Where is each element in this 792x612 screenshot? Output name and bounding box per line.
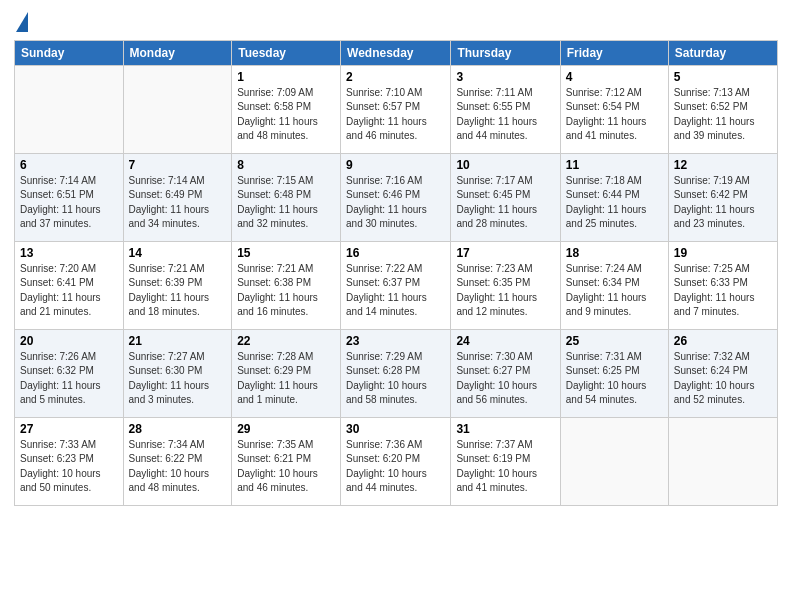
day-number: 24 bbox=[456, 334, 554, 348]
calendar-cell: 21Sunrise: 7:27 AM Sunset: 6:30 PM Dayli… bbox=[123, 329, 232, 417]
day-info: Sunrise: 7:36 AM Sunset: 6:20 PM Dayligh… bbox=[346, 438, 445, 496]
day-number: 26 bbox=[674, 334, 772, 348]
calendar-cell: 7Sunrise: 7:14 AM Sunset: 6:49 PM Daylig… bbox=[123, 153, 232, 241]
calendar-cell: 28Sunrise: 7:34 AM Sunset: 6:22 PM Dayli… bbox=[123, 417, 232, 505]
day-number: 11 bbox=[566, 158, 663, 172]
day-of-week-header: Monday bbox=[123, 40, 232, 65]
calendar-cell: 2Sunrise: 7:10 AM Sunset: 6:57 PM Daylig… bbox=[341, 65, 451, 153]
day-number: 15 bbox=[237, 246, 335, 260]
calendar-cell: 10Sunrise: 7:17 AM Sunset: 6:45 PM Dayli… bbox=[451, 153, 560, 241]
calendar-cell: 8Sunrise: 7:15 AM Sunset: 6:48 PM Daylig… bbox=[232, 153, 341, 241]
day-info: Sunrise: 7:34 AM Sunset: 6:22 PM Dayligh… bbox=[129, 438, 227, 496]
day-info: Sunrise: 7:14 AM Sunset: 6:49 PM Dayligh… bbox=[129, 174, 227, 232]
day-of-week-header: Tuesday bbox=[232, 40, 341, 65]
calendar-cell: 1Sunrise: 7:09 AM Sunset: 6:58 PM Daylig… bbox=[232, 65, 341, 153]
calendar-table: SundayMondayTuesdayWednesdayThursdayFrid… bbox=[14, 40, 778, 506]
day-number: 10 bbox=[456, 158, 554, 172]
calendar-cell: 30Sunrise: 7:36 AM Sunset: 6:20 PM Dayli… bbox=[341, 417, 451, 505]
day-number: 3 bbox=[456, 70, 554, 84]
day-info: Sunrise: 7:33 AM Sunset: 6:23 PM Dayligh… bbox=[20, 438, 118, 496]
day-number: 29 bbox=[237, 422, 335, 436]
day-info: Sunrise: 7:17 AM Sunset: 6:45 PM Dayligh… bbox=[456, 174, 554, 232]
day-info: Sunrise: 7:21 AM Sunset: 6:39 PM Dayligh… bbox=[129, 262, 227, 320]
day-info: Sunrise: 7:14 AM Sunset: 6:51 PM Dayligh… bbox=[20, 174, 118, 232]
day-number: 17 bbox=[456, 246, 554, 260]
day-number: 6 bbox=[20, 158, 118, 172]
logo-triangle-icon bbox=[16, 12, 28, 32]
day-info: Sunrise: 7:26 AM Sunset: 6:32 PM Dayligh… bbox=[20, 350, 118, 408]
day-number: 25 bbox=[566, 334, 663, 348]
day-info: Sunrise: 7:37 AM Sunset: 6:19 PM Dayligh… bbox=[456, 438, 554, 496]
calendar-cell: 6Sunrise: 7:14 AM Sunset: 6:51 PM Daylig… bbox=[15, 153, 124, 241]
calendar-cell: 4Sunrise: 7:12 AM Sunset: 6:54 PM Daylig… bbox=[560, 65, 668, 153]
day-number: 16 bbox=[346, 246, 445, 260]
day-number: 30 bbox=[346, 422, 445, 436]
calendar-cell: 9Sunrise: 7:16 AM Sunset: 6:46 PM Daylig… bbox=[341, 153, 451, 241]
day-info: Sunrise: 7:11 AM Sunset: 6:55 PM Dayligh… bbox=[456, 86, 554, 144]
calendar-cell bbox=[560, 417, 668, 505]
day-number: 8 bbox=[237, 158, 335, 172]
day-of-week-header: Saturday bbox=[668, 40, 777, 65]
day-number: 27 bbox=[20, 422, 118, 436]
calendar-cell: 13Sunrise: 7:20 AM Sunset: 6:41 PM Dayli… bbox=[15, 241, 124, 329]
calendar-cell: 5Sunrise: 7:13 AM Sunset: 6:52 PM Daylig… bbox=[668, 65, 777, 153]
calendar-cell: 29Sunrise: 7:35 AM Sunset: 6:21 PM Dayli… bbox=[232, 417, 341, 505]
calendar-cell bbox=[123, 65, 232, 153]
calendar-cell: 19Sunrise: 7:25 AM Sunset: 6:33 PM Dayli… bbox=[668, 241, 777, 329]
day-number: 4 bbox=[566, 70, 663, 84]
day-info: Sunrise: 7:35 AM Sunset: 6:21 PM Dayligh… bbox=[237, 438, 335, 496]
day-info: Sunrise: 7:27 AM Sunset: 6:30 PM Dayligh… bbox=[129, 350, 227, 408]
calendar-cell: 11Sunrise: 7:18 AM Sunset: 6:44 PM Dayli… bbox=[560, 153, 668, 241]
day-info: Sunrise: 7:32 AM Sunset: 6:24 PM Dayligh… bbox=[674, 350, 772, 408]
day-info: Sunrise: 7:20 AM Sunset: 6:41 PM Dayligh… bbox=[20, 262, 118, 320]
day-info: Sunrise: 7:13 AM Sunset: 6:52 PM Dayligh… bbox=[674, 86, 772, 144]
day-number: 1 bbox=[237, 70, 335, 84]
day-info: Sunrise: 7:30 AM Sunset: 6:27 PM Dayligh… bbox=[456, 350, 554, 408]
day-number: 13 bbox=[20, 246, 118, 260]
calendar-cell: 16Sunrise: 7:22 AM Sunset: 6:37 PM Dayli… bbox=[341, 241, 451, 329]
page-container: SundayMondayTuesdayWednesdayThursdayFrid… bbox=[0, 0, 792, 516]
day-info: Sunrise: 7:18 AM Sunset: 6:44 PM Dayligh… bbox=[566, 174, 663, 232]
day-number: 20 bbox=[20, 334, 118, 348]
day-number: 14 bbox=[129, 246, 227, 260]
day-info: Sunrise: 7:21 AM Sunset: 6:38 PM Dayligh… bbox=[237, 262, 335, 320]
calendar-cell: 12Sunrise: 7:19 AM Sunset: 6:42 PM Dayli… bbox=[668, 153, 777, 241]
day-number: 19 bbox=[674, 246, 772, 260]
day-number: 5 bbox=[674, 70, 772, 84]
day-number: 31 bbox=[456, 422, 554, 436]
day-number: 12 bbox=[674, 158, 772, 172]
day-info: Sunrise: 7:29 AM Sunset: 6:28 PM Dayligh… bbox=[346, 350, 445, 408]
calendar-cell bbox=[15, 65, 124, 153]
calendar-cell: 24Sunrise: 7:30 AM Sunset: 6:27 PM Dayli… bbox=[451, 329, 560, 417]
day-of-week-header: Wednesday bbox=[341, 40, 451, 65]
calendar-cell: 31Sunrise: 7:37 AM Sunset: 6:19 PM Dayli… bbox=[451, 417, 560, 505]
day-info: Sunrise: 7:09 AM Sunset: 6:58 PM Dayligh… bbox=[237, 86, 335, 144]
day-info: Sunrise: 7:19 AM Sunset: 6:42 PM Dayligh… bbox=[674, 174, 772, 232]
calendar-cell: 25Sunrise: 7:31 AM Sunset: 6:25 PM Dayli… bbox=[560, 329, 668, 417]
day-of-week-header: Friday bbox=[560, 40, 668, 65]
day-of-week-header: Sunday bbox=[15, 40, 124, 65]
day-number: 2 bbox=[346, 70, 445, 84]
header-area bbox=[14, 10, 778, 34]
calendar-cell: 23Sunrise: 7:29 AM Sunset: 6:28 PM Dayli… bbox=[341, 329, 451, 417]
day-info: Sunrise: 7:25 AM Sunset: 6:33 PM Dayligh… bbox=[674, 262, 772, 320]
day-number: 22 bbox=[237, 334, 335, 348]
day-info: Sunrise: 7:24 AM Sunset: 6:34 PM Dayligh… bbox=[566, 262, 663, 320]
calendar-cell: 22Sunrise: 7:28 AM Sunset: 6:29 PM Dayli… bbox=[232, 329, 341, 417]
day-number: 9 bbox=[346, 158, 445, 172]
calendar-cell: 15Sunrise: 7:21 AM Sunset: 6:38 PM Dayli… bbox=[232, 241, 341, 329]
logo bbox=[14, 14, 28, 34]
calendar-cell: 27Sunrise: 7:33 AM Sunset: 6:23 PM Dayli… bbox=[15, 417, 124, 505]
day-info: Sunrise: 7:12 AM Sunset: 6:54 PM Dayligh… bbox=[566, 86, 663, 144]
day-of-week-header: Thursday bbox=[451, 40, 560, 65]
day-info: Sunrise: 7:22 AM Sunset: 6:37 PM Dayligh… bbox=[346, 262, 445, 320]
day-number: 18 bbox=[566, 246, 663, 260]
day-number: 28 bbox=[129, 422, 227, 436]
day-info: Sunrise: 7:10 AM Sunset: 6:57 PM Dayligh… bbox=[346, 86, 445, 144]
calendar-cell: 20Sunrise: 7:26 AM Sunset: 6:32 PM Dayli… bbox=[15, 329, 124, 417]
day-info: Sunrise: 7:16 AM Sunset: 6:46 PM Dayligh… bbox=[346, 174, 445, 232]
calendar-cell: 14Sunrise: 7:21 AM Sunset: 6:39 PM Dayli… bbox=[123, 241, 232, 329]
calendar-cell bbox=[668, 417, 777, 505]
day-number: 7 bbox=[129, 158, 227, 172]
calendar-cell: 17Sunrise: 7:23 AM Sunset: 6:35 PM Dayli… bbox=[451, 241, 560, 329]
